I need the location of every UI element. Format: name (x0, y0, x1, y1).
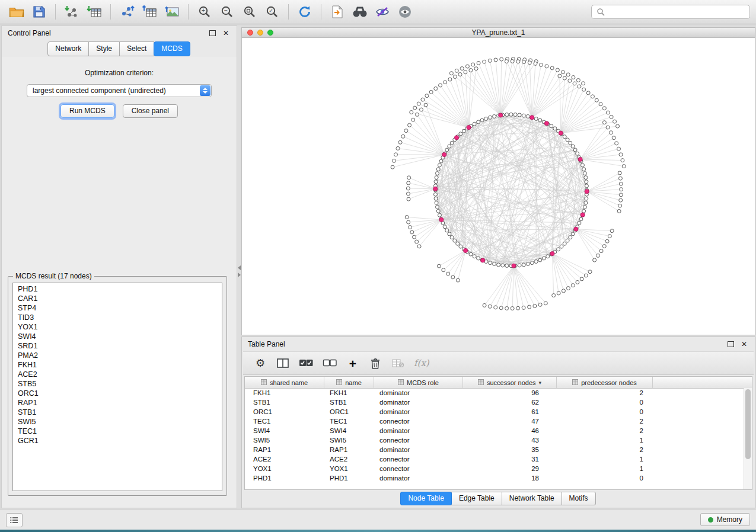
cell-successor_nodes: 46 (463, 427, 557, 434)
tab-motifs[interactable]: Motifs (562, 492, 596, 505)
mcds-result-item[interactable]: CAR1 (13, 294, 222, 303)
mcds-result-item[interactable]: GCR1 (13, 436, 222, 446)
mcds-result-item[interactable]: FKH1 (13, 360, 222, 370)
criterion-select[interactable]: largest connected component (undirected) (27, 84, 212, 97)
mcds-result-group: MCDS result (17 nodes) PHD1CAR1STP4TID3Y… (8, 276, 227, 496)
scrollbar-thumb[interactable] (745, 389, 751, 459)
cell-mcds_role: dominator (374, 389, 463, 396)
task-history-button[interactable] (6, 513, 23, 527)
mcds-result-item[interactable]: SWI4 (13, 332, 222, 341)
tab-mcds[interactable]: MCDS (154, 41, 190, 56)
clear-table-button[interactable] (391, 356, 404, 370)
column-header-name[interactable]: name (324, 377, 374, 388)
control-panel-float-button[interactable] (207, 28, 218, 38)
import-table-button[interactable] (84, 2, 105, 21)
mcds-result-item[interactable]: YOX1 (13, 322, 222, 332)
control-panel-close-button[interactable]: ✕ (221, 29, 231, 37)
cell-name: YOX1 (324, 465, 374, 472)
zoom-out-button[interactable]: − (216, 2, 238, 21)
save-session-button[interactable] (28, 2, 50, 21)
open-session-button[interactable] (6, 2, 27, 21)
mcds-result-title: MCDS result (17 nodes) (13, 272, 94, 280)
mcds-result-item[interactable]: STP4 (13, 303, 222, 313)
table-row[interactable]: PHD1PHD1dominator180 (245, 473, 744, 483)
export-image-button[interactable] (161, 2, 183, 21)
mcds-result-item[interactable]: ACE2 (13, 370, 222, 379)
document-share-button[interactable] (327, 2, 348, 21)
optimization-criterion-label: Optimization criterion: (2, 69, 237, 77)
show-hide-button[interactable] (394, 2, 416, 21)
mcds-result-item[interactable]: RAP1 (13, 398, 222, 408)
zoom-out-icon: − (221, 5, 234, 18)
window-zoom-button[interactable] (267, 30, 273, 36)
run-mcds-button[interactable]: Run MCDS (60, 104, 114, 118)
cell-predecessor_nodes: 1 (557, 456, 653, 463)
network-canvas[interactable] (241, 38, 755, 335)
tab-node-table[interactable]: Node Table (400, 492, 452, 505)
mcds-result-item[interactable]: PHD1 (13, 284, 222, 294)
table-row[interactable]: STB1STB1dominator620 (245, 398, 744, 407)
close-mcds-panel-button[interactable]: Close panel (123, 104, 178, 118)
column-header-shared-name[interactable]: shared name (245, 377, 324, 388)
memory-button[interactable]: Memory (700, 513, 750, 526)
table-settings-button[interactable]: ⚙ (254, 356, 267, 370)
window-minimize-button[interactable] (257, 30, 263, 36)
table-panel-float-button[interactable] (725, 339, 736, 349)
table-row[interactable]: RAP1RAP1dominator352 (245, 445, 744, 454)
zoom-in-icon: + (198, 5, 211, 18)
import-network-button[interactable] (61, 2, 82, 21)
delete-column-button[interactable] (369, 356, 382, 370)
column-header-successor-nodes[interactable]: successor nodes▾ (463, 377, 557, 388)
table-row[interactable]: YOX1YOX1connector291 (245, 464, 744, 473)
table-panel-close-button[interactable]: ✕ (739, 340, 749, 348)
mcds-result-item[interactable]: STB1 (13, 408, 222, 417)
tab-network-table[interactable]: Network Table (502, 492, 562, 505)
table-row[interactable]: ORC1ORC1dominator610 (245, 407, 744, 416)
eye-icon (398, 5, 412, 18)
table-scrollbar[interactable] (744, 388, 752, 489)
filter-button[interactable] (372, 2, 393, 21)
tab-network[interactable]: Network (47, 41, 89, 56)
select-all-button[interactable] (299, 356, 313, 370)
add-column-button[interactable]: + (346, 356, 359, 370)
cell-shared_name: TEC1 (245, 418, 324, 425)
show-columns-button[interactable] (276, 356, 289, 370)
export-table-button[interactable] (139, 2, 160, 21)
table-row[interactable]: SWI4SWI4dominator462 (245, 426, 744, 435)
zoom-selected-button[interactable]: ✓ (261, 2, 283, 21)
table-row[interactable]: ACE2ACE2connector311 (245, 454, 744, 464)
table-row[interactable]: FKH1FKH1dominator962 (245, 388, 744, 398)
column-header-MCDS-role[interactable]: MCDS role (374, 377, 463, 388)
mcds-result-item[interactable]: ORC1 (13, 389, 222, 398)
deselect-all-button[interactable] (323, 356, 337, 370)
table-row[interactable]: SWI5SWI5connector431 (245, 435, 744, 445)
tab-edge-table[interactable]: Edge Table (451, 492, 502, 505)
search-input[interactable] (608, 7, 745, 17)
mcds-result-item[interactable]: TID3 (13, 313, 222, 322)
table-row[interactable]: TEC1TEC1connector472 (245, 416, 744, 426)
mcds-result-list[interactable]: PHD1CAR1STP4TID3YOX1SWI4SRD1PMA2FKH1ACE2… (12, 283, 222, 491)
mcds-result-item[interactable]: SWI5 (13, 417, 222, 427)
mcds-result-item[interactable]: SRD1 (13, 341, 222, 351)
tab-style[interactable]: Style (88, 41, 120, 56)
column-label: name (345, 379, 362, 386)
mcds-result-item[interactable]: STB5 (13, 379, 222, 389)
zoom-fit-button[interactable] (239, 2, 260, 21)
refresh-layout-button[interactable] (294, 2, 315, 21)
mcds-result-item[interactable]: TEC1 (13, 427, 222, 436)
network-window-titlebar[interactable]: YPA_prune.txt_1 (241, 27, 755, 38)
mcds-result-item[interactable]: PMA2 (13, 351, 222, 360)
cell-shared_name: ACE2 (245, 456, 324, 463)
network-graph[interactable] (242, 38, 755, 335)
column-header-predecessor-nodes[interactable]: predecessor nodes (557, 377, 653, 388)
window-close-button[interactable] (247, 30, 253, 36)
search-box[interactable] (591, 5, 750, 19)
zoom-in-button[interactable]: + (194, 2, 215, 21)
find-button[interactable] (349, 2, 371, 21)
column-sort-icon (336, 379, 342, 386)
tab-select[interactable]: Select (119, 41, 154, 56)
function-builder-button[interactable]: f(x) (414, 356, 429, 370)
deselect-all-icon (323, 358, 337, 368)
export-network-button[interactable] (116, 2, 138, 21)
clear-table-icon (392, 358, 404, 368)
